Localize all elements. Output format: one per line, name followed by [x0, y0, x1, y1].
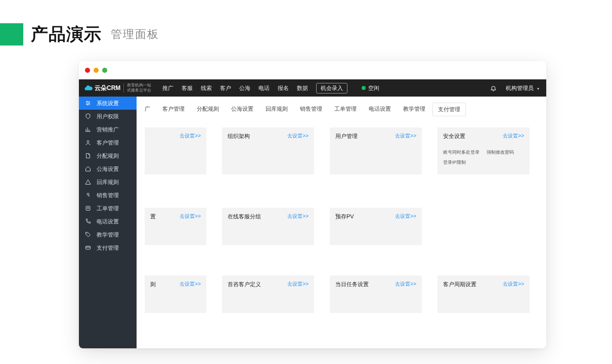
go-settings-link[interactable]: 去设置>> [503, 281, 524, 288]
brand-sub: 教育机构一站 式服务云平台 [127, 83, 151, 93]
tab-return[interactable]: 回库规则 [260, 103, 293, 116]
go-settings-link[interactable]: 去设置>> [395, 281, 416, 288]
nav-service[interactable]: 客服 [182, 84, 193, 92]
svg-point-3 [87, 141, 89, 143]
app-body: 系统设置 用户权限 营销推广 客户管理 分配规则 公海设置 [79, 97, 546, 348]
tab-customer[interactable]: 客户管理 [157, 103, 190, 116]
page-subtitle: 管理面板 [111, 27, 159, 42]
go-settings-link[interactable]: 去设置>> [503, 132, 524, 140]
tab-phone[interactable]: 电话设置 [364, 103, 396, 116]
tag-item[interactable]: 账号同时多处登录 [443, 149, 479, 156]
nav-signup[interactable]: 报名 [278, 84, 289, 92]
tab-partial[interactable]: 广 [145, 103, 155, 116]
nav-promote[interactable]: 推广 [162, 84, 173, 92]
go-settings-link[interactable]: 去设置>> [180, 213, 201, 220]
brand[interactable]: 云朵CRM 教育机构一站 式服务云平台 [79, 79, 155, 97]
go-settings-link[interactable]: 去设置>> [287, 281, 309, 288]
tab-teach[interactable]: 教学管理 [398, 103, 430, 116]
status-label: 空闲 [368, 84, 379, 92]
sidebar-item-sales[interactable]: 销售管理 [79, 189, 137, 202]
svg-point-2 [87, 104, 88, 105]
sidebar-item-customer[interactable]: 客户管理 [79, 136, 137, 149]
opp-record-button[interactable]: 机会录入 [316, 83, 347, 94]
heading-accent-block [0, 23, 23, 46]
tag-item[interactable]: 登录IP限制 [443, 159, 466, 166]
page-title: 产品演示 [31, 23, 102, 46]
sidebar-item-label: 分配规则 [97, 152, 119, 160]
tag-icon [85, 232, 91, 238]
sales-icon [85, 192, 91, 198]
card-row: 则 去设置>> 首咨客户定义 去设置>> 当日任务设置 去设置>> 客户周期设置… [145, 276, 538, 313]
top-nav: 推广 客服 线索 客户 公海 电话 报名 数据 机会录入 [158, 83, 347, 94]
bell-icon[interactable] [490, 85, 497, 92]
settings-card: 用户管理 去设置>> [330, 127, 422, 174]
brand-name: 云朵CRM [95, 84, 120, 93]
go-settings-link[interactable]: 去设置>> [287, 213, 309, 220]
settings-card: 则 去设置>> [145, 276, 206, 313]
nav-pool[interactable]: 公海 [239, 84, 250, 92]
tab-ticket[interactable]: 工单管理 [329, 103, 362, 116]
window-titlebar [79, 61, 546, 79]
card-row: 去设置>> 组织架构 去设置>> 用户管理 去设置>> 安全设置 去设置>> [145, 127, 538, 174]
sliders-icon [85, 100, 91, 106]
go-settings-link[interactable]: 去设置>> [395, 213, 416, 220]
chevron-down-icon: ▾ [537, 86, 539, 91]
maximize-icon[interactable] [102, 68, 107, 73]
sidebar-item-teaching[interactable]: 教学管理 [79, 228, 137, 241]
tab-sales[interactable]: 销售管理 [295, 103, 327, 116]
user-menu[interactable]: 机构管理员 ▾ [506, 84, 539, 92]
status-indicator[interactable]: 空闲 [362, 84, 379, 92]
chart-icon [85, 126, 91, 132]
card-title: 安全设置 [443, 133, 465, 139]
sidebar-item-label: 电话设置 [97, 218, 119, 225]
settings-card: 组织架构 去设置>> [222, 127, 314, 174]
tab-payment[interactable]: 支付管理 [432, 103, 466, 116]
minimize-icon[interactable] [94, 68, 99, 73]
sidebar-item-pool[interactable]: 公海设置 [79, 162, 137, 175]
go-settings-link[interactable]: 去设置>> [180, 281, 201, 288]
svg-point-1 [89, 103, 90, 104]
card-title: 在线客服分组 [228, 213, 261, 219]
user-label: 机构管理员 [506, 85, 534, 91]
sidebar-item-label: 教学管理 [97, 231, 119, 239]
rule-icon [85, 153, 91, 159]
svg-point-6 [86, 233, 88, 234]
tab-strip: 广 客户管理 分配规则 公海设置 回库规则 销售管理 工单管理 电话设置 教学管… [145, 97, 538, 116]
settings-card: 去设置>> [145, 127, 206, 174]
tab-pool[interactable]: 公海设置 [226, 103, 258, 116]
sidebar-item-ticket[interactable]: 工单管理 [79, 202, 137, 215]
nav-phone[interactable]: 电话 [258, 84, 270, 92]
sidebar-item-label: 营销推广 [97, 126, 119, 133]
brand-sub-line2: 式服务云平台 [127, 88, 151, 93]
cloud-logo-icon [84, 83, 93, 93]
settings-card: 客户周期设置 去设置>> [438, 276, 530, 313]
nav-leads[interactable]: 线索 [201, 84, 212, 92]
sidebar-item-assignment[interactable]: 分配规则 [79, 149, 137, 162]
house-icon [85, 166, 91, 172]
go-settings-link[interactable]: 去设置>> [180, 132, 201, 140]
card-row: 置 去设置>> 在线客服分组 去设置>> 预存PV 去设置>> [145, 208, 538, 245]
sidebar-item-label: 系统设置 [97, 100, 119, 107]
brand-separator [123, 83, 124, 93]
sidebar: 系统设置 用户权限 营销推广 客户管理 分配规则 公海设置 [79, 97, 137, 348]
nav-data[interactable]: 数据 [297, 84, 308, 92]
go-settings-link[interactable]: 去设置>> [287, 132, 309, 140]
sidebar-item-telephony[interactable]: 电话设置 [79, 215, 137, 228]
settings-card: 首咨客户定义 去设置>> [222, 276, 314, 313]
tab-assign[interactable]: 分配规则 [192, 103, 224, 116]
topbar: 云朵CRM 教育机构一站 式服务云平台 推广 客服 线索 客户 公海 电话 报名… [79, 79, 546, 97]
sidebar-item-label: 客户管理 [97, 139, 119, 147]
sidebar-item-return[interactable]: 回库规则 [79, 175, 137, 189]
app-window: 云朵CRM 教育机构一站 式服务云平台 推广 客服 线索 客户 公海 电话 报名… [79, 61, 546, 348]
nav-customer[interactable]: 客户 [220, 84, 231, 92]
sidebar-item-marketing[interactable]: 营销推广 [79, 123, 137, 136]
go-settings-link[interactable]: 去设置>> [395, 132, 416, 140]
sidebar-item-system-settings[interactable]: 系统设置 [79, 97, 137, 110]
status-dot-icon [362, 86, 366, 90]
sidebar-item-payment[interactable]: 支付管理 [79, 241, 137, 254]
card-title: 则 [150, 281, 156, 287]
sidebar-item-permissions[interactable]: 用户权限 [79, 110, 137, 123]
tag-item[interactable]: 强制修改密码 [487, 149, 514, 156]
close-icon[interactable] [85, 68, 90, 73]
sidebar-item-label: 销售管理 [97, 192, 119, 199]
